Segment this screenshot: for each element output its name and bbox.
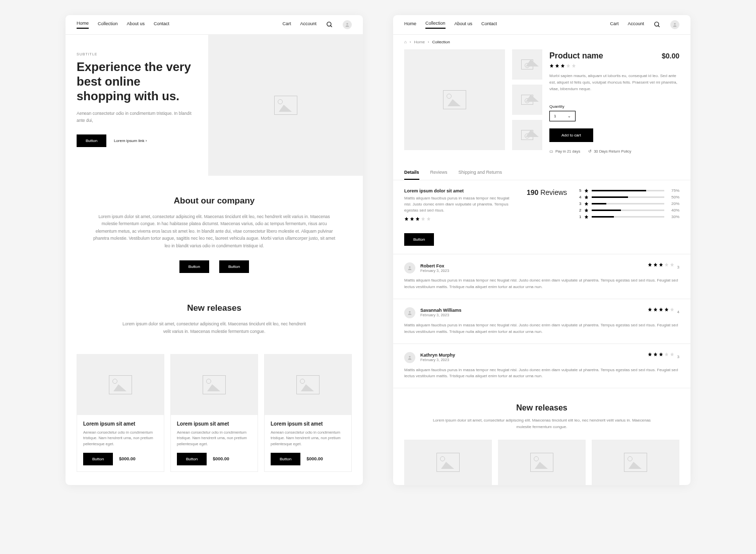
release-thumb[interactable]	[498, 440, 586, 485]
nav-cart[interactable]: Cart	[282, 21, 291, 28]
home-page: Home Collection About us Contact Cart Ac…	[66, 15, 363, 485]
release-thumb[interactable]	[592, 440, 679, 485]
reviewer-name: Kathryn Murphy	[420, 353, 455, 358]
review-rating: 3	[648, 352, 679, 362]
breadcrumb-home[interactable]: Home	[414, 40, 425, 44]
hero-subtitle: SUBTITLE	[77, 52, 197, 56]
reviewer-name: Savannah Williams	[420, 308, 461, 313]
rating-breakdown: 575%450%320%240%130%	[579, 188, 679, 246]
image-placeholder-icon	[521, 130, 533, 140]
hero-title: Experience the very best online shopping…	[77, 60, 197, 103]
hero-button[interactable]: Button	[77, 134, 106, 147]
about-section: About our company Lorem ipsum dolor sit …	[66, 176, 363, 293]
thumbnail[interactable]	[512, 49, 542, 80]
review-item: Kathryn MurphyFebruary 3, 20233Mattis al…	[393, 344, 690, 389]
card-title: Lorem ipsum sit amet	[177, 421, 251, 427]
nav-home[interactable]: Home	[77, 21, 89, 29]
avatar-icon	[404, 262, 415, 273]
image-placeholder-icon	[521, 95, 533, 105]
quantity-select[interactable]: 1 ⌄	[549, 111, 576, 121]
add-to-cart-button[interactable]: Add to cart	[549, 128, 593, 142]
releases-desc: Lorem ipsum dolor sit amet, consectetur …	[91, 320, 338, 335]
svg-point-7	[409, 311, 410, 313]
review-item: Savannah WilliamsFebruary 3, 20234Mattis…	[393, 299, 690, 344]
thumbnail[interactable]	[512, 85, 542, 115]
product-card[interactable]: Lorem ipsum sit ametAenean consectetur o…	[77, 354, 164, 472]
pay-later-policy: ▭Pay in 21 days	[549, 149, 580, 154]
thumbnail[interactable]	[512, 120, 542, 150]
return-policy: ↺30 Days Return Policy	[588, 149, 631, 154]
card-desc: Aenean consectetur odio in condimentum t…	[83, 430, 158, 447]
card-price: $000.00	[213, 456, 229, 461]
new-releases-title: New releases	[404, 403, 679, 412]
releases-section: New releases Lorem ipsum dolor sit amet,…	[66, 293, 363, 354]
home-icon[interactable]: ⌂	[404, 40, 407, 44]
product-desc: Morbi sapien mauris, aliquam ut lobortis…	[549, 73, 679, 92]
review-date: February 3, 2023	[420, 268, 449, 273]
nav-contact[interactable]: Contact	[481, 21, 497, 28]
svg-line-4	[658, 26, 660, 27]
chevron-right-icon: ›	[146, 138, 147, 143]
tab-details[interactable]: Details	[404, 166, 419, 180]
details-button[interactable]: Button	[404, 233, 434, 246]
svg-point-2	[346, 23, 348, 25]
search-icon[interactable]	[326, 21, 334, 29]
avatar-icon[interactable]	[670, 20, 679, 29]
card-desc: Aenean consectetur odio in condimentum t…	[271, 430, 345, 447]
card-button[interactable]: Button	[83, 453, 113, 465]
avatar-icon[interactable]	[343, 20, 352, 29]
chevron-right-icon: ›	[410, 40, 411, 44]
product-detail: Product name $0.00 Morbi sapien mauris, …	[393, 49, 690, 163]
card-price: $000.00	[306, 456, 323, 461]
nav-about[interactable]: About us	[127, 21, 145, 28]
image-placeholder-icon	[274, 96, 297, 115]
card-button[interactable]: Button	[177, 453, 207, 465]
product-price: $0.00	[662, 52, 679, 60]
nav-home[interactable]: Home	[404, 21, 416, 28]
hero-link[interactable]: Lorem ipsum link ›	[114, 138, 147, 143]
svg-point-5	[674, 23, 675, 25]
nav-about[interactable]: About us	[455, 21, 473, 28]
nav-cart[interactable]: Cart	[610, 21, 618, 28]
nav-account[interactable]: Account	[300, 21, 317, 28]
releases-title: New releases	[91, 303, 338, 313]
details-rating	[404, 217, 515, 221]
svg-point-8	[409, 356, 410, 357]
image-placeholder-icon	[109, 375, 132, 394]
tab-shipping[interactable]: Shipping and Returns	[459, 166, 502, 180]
about-desc: Lorem ipsum dolor sit amet, consectetur …	[91, 213, 338, 249]
avatar-icon	[404, 352, 415, 363]
svg-point-0	[327, 22, 331, 26]
search-icon[interactable]	[653, 21, 661, 29]
svg-point-6	[409, 266, 410, 268]
card-desc: Aenean consectetur odio in condimentum t…	[177, 430, 251, 447]
hero-image	[208, 35, 363, 176]
card-title: Lorem ipsum sit amet	[83, 421, 158, 427]
image-placeholder-icon	[296, 375, 320, 394]
product-page: Home Collection About us Contact Cart Ac…	[393, 15, 690, 485]
about-button-1[interactable]: Button	[179, 260, 209, 273]
product-card[interactable]: Lorem ipsum sit ametAenean consectetur o…	[170, 354, 258, 472]
review-text: Mattis aliquam faucibus purus in massa t…	[404, 322, 679, 335]
release-thumb[interactable]	[404, 440, 492, 485]
about-button-2[interactable]: Button	[219, 260, 249, 273]
rating-bar: 240%	[579, 208, 679, 213]
nav-collection[interactable]: Collection	[425, 21, 446, 29]
image-placeholder-icon	[521, 59, 533, 70]
product-main-image[interactable]	[404, 49, 505, 150]
tab-reviews[interactable]: Reviews	[430, 166, 448, 180]
image-placeholder-icon	[436, 453, 460, 472]
svg-line-1	[331, 26, 332, 27]
product-title: Product name	[549, 51, 603, 60]
nav-collection[interactable]: Collection	[98, 21, 118, 28]
card-icon: ▭	[549, 149, 553, 154]
product-card[interactable]: Lorem ipsum sit ametAenean consectetur o…	[264, 354, 352, 472]
avatar-icon	[404, 307, 415, 318]
nav-contact[interactable]: Contact	[154, 21, 169, 28]
refresh-icon: ↺	[588, 149, 592, 154]
rating-bar: 130%	[579, 215, 679, 219]
nav-account[interactable]: Account	[627, 21, 644, 28]
details-text: Mattis aliquam faucibus purus in massa t…	[404, 195, 515, 214]
hero: SUBTITLE Experience the very best online…	[66, 35, 363, 176]
card-button[interactable]: Button	[271, 453, 300, 465]
